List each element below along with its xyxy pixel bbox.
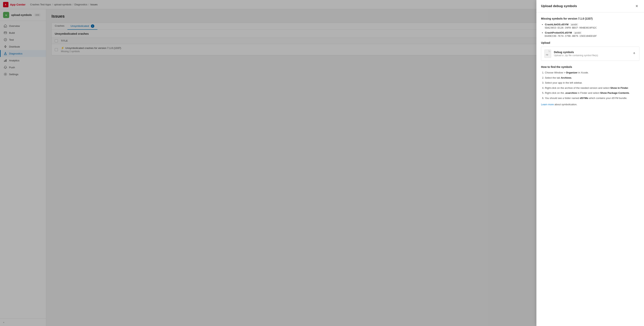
learn-more-suffix: about symbolication. bbox=[554, 103, 577, 106]
symbol-arch-1: arm64 bbox=[570, 23, 578, 26]
modal-body: Missing symbols for version 7.1.0 (1337)… bbox=[536, 12, 644, 111]
symbol-item-2: CrashProbeiOS.dSYM arm64 D449E33D-7E74-3… bbox=[545, 31, 640, 37]
close-icon: ✕ bbox=[635, 4, 638, 8]
how-to-steps: Choose Window > Organizer in Xcode. Sele… bbox=[541, 71, 640, 100]
modal-close-button[interactable]: ✕ bbox=[634, 3, 640, 9]
svg-text:zip: zip bbox=[546, 54, 548, 56]
symbol-name-2: CrashProbeiOS.dSYM bbox=[545, 31, 572, 34]
how-to-step-6: You should see a folder named dSYMs whic… bbox=[545, 96, 640, 100]
upload-info: Debug symbols Upload a .zip file contain… bbox=[554, 51, 630, 57]
how-to-step-4: Right-click on the archive of the needed… bbox=[545, 86, 640, 90]
how-to-title: How to find the symbols bbox=[541, 65, 640, 68]
how-to-step-5: Right-click on the .xcarchive in Finder … bbox=[545, 91, 640, 95]
symbol-hash-2: D449E33D-7E74-379D-8B79-15EE104ED1DF bbox=[545, 34, 640, 37]
modal-title: Upload debug symbols bbox=[541, 4, 577, 8]
symbol-hash-1: 5DA23653-D126-39F0-BDCF-994B3019F92C bbox=[545, 26, 640, 29]
upload-debug-symbols-modal: Upload debug symbols ✕ Missing symbols f… bbox=[536, 0, 644, 326]
upload-section-label: Upload bbox=[541, 41, 640, 44]
symbol-list: CrashLibiOS.dSYM arm64 5DA23653-D126-39F… bbox=[541, 23, 640, 37]
missing-symbols-title: Missing symbols for version 7.1.0 (1337) bbox=[541, 17, 640, 20]
symbol-item-1: CrashLibiOS.dSYM arm64 5DA23653-D126-39F… bbox=[545, 23, 640, 29]
symbol-arch-2: arm64 bbox=[574, 31, 582, 34]
upload-box-name: Debug symbols bbox=[554, 51, 630, 54]
upload-arrow-icon bbox=[632, 51, 636, 56]
learn-more-link[interactable]: Learn more bbox=[541, 103, 554, 106]
symbol-name-1: CrashLibiOS.dSYM bbox=[545, 23, 568, 26]
upload-debug-symbols-box[interactable]: zip Debug symbols Upload a .zip file con… bbox=[541, 47, 640, 61]
learn-more: Learn more about symbolication. bbox=[541, 103, 640, 106]
zip-file-icon: zip bbox=[544, 49, 551, 58]
upload-box-desc: Upload a .zip file containing symbol fil… bbox=[554, 54, 630, 57]
modal-header: Upload debug symbols ✕ bbox=[536, 0, 644, 12]
how-to-step-1: Choose Window > Organizer in Xcode. bbox=[545, 71, 640, 75]
how-to-step-3: Select your app in the left sidebar. bbox=[545, 81, 640, 85]
how-to-step-2: Select the tab Archives. bbox=[545, 76, 640, 80]
